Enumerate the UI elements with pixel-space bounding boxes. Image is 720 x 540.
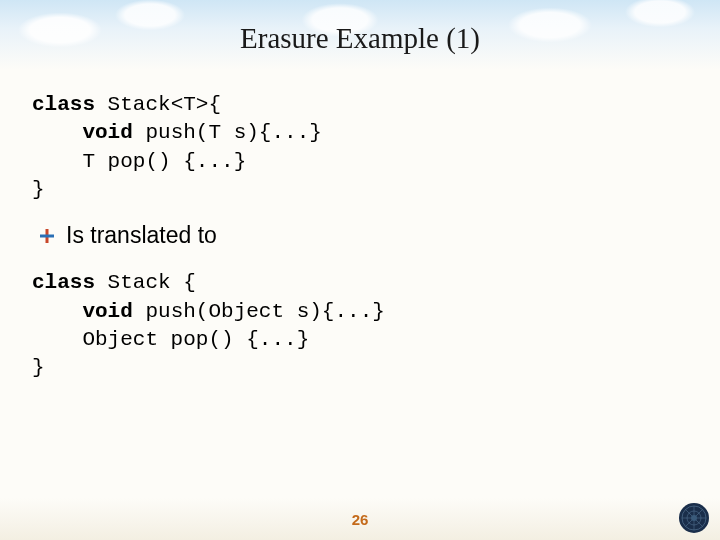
- bullet-item: Is translated to: [40, 222, 688, 249]
- page-number: 26: [352, 511, 369, 528]
- seal-logo-icon: [678, 502, 710, 534]
- code-text: push(T s){...}: [133, 121, 322, 144]
- code-text: }: [32, 178, 45, 201]
- code-block-before: class Stack<T>{ void push(T s){...} T po…: [32, 91, 688, 204]
- code-text: Stack<T>{: [95, 93, 221, 116]
- code-block-after: class Stack { void push(Object s){...} O…: [32, 269, 688, 382]
- svg-point-5: [691, 515, 697, 521]
- keyword-void: void: [32, 121, 133, 144]
- code-text: push(Object s){...}: [133, 300, 385, 323]
- code-text: T pop() {...}: [32, 150, 246, 173]
- slide-title: Erasure Example (1): [0, 0, 720, 73]
- svg-rect-1: [40, 234, 54, 237]
- keyword-void: void: [32, 300, 133, 323]
- footer: 26: [0, 498, 720, 540]
- code-text: }: [32, 356, 45, 379]
- slide: Erasure Example (1) class Stack<T>{ void…: [0, 0, 720, 540]
- bullet-text: Is translated to: [66, 222, 217, 249]
- plus-bullet-icon: [40, 229, 54, 243]
- code-text: Object pop() {...}: [32, 328, 309, 351]
- keyword-class: class: [32, 271, 95, 294]
- keyword-class: class: [32, 93, 95, 116]
- slide-content: class Stack<T>{ void push(T s){...} T po…: [0, 73, 720, 383]
- code-text: Stack {: [95, 271, 196, 294]
